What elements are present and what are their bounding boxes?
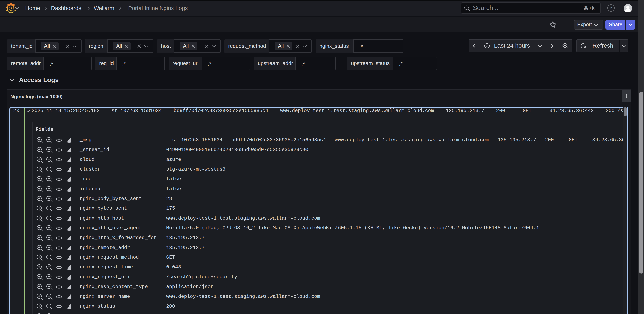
svg-text:?: ?: [610, 6, 612, 10]
